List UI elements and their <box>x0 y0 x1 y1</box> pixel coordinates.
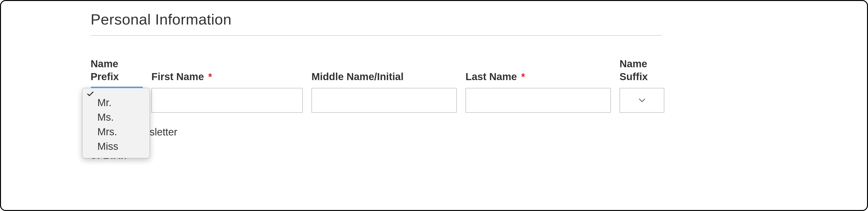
prefix-option-miss-label: Miss <box>97 140 118 152</box>
last-name-label-text: Last Name <box>465 71 517 82</box>
prefix-option-miss[interactable]: Miss <box>82 139 150 154</box>
first-name-group: First Name * <box>151 71 303 113</box>
main-frame: Personal Information Name Prefix <box>0 0 868 211</box>
middle-name-label: Middle Name/Initial <box>311 71 457 83</box>
prefix-option-mr-label: Mr. <box>97 97 112 108</box>
name-prefix-label-line1: Name <box>91 58 118 70</box>
newsletter-row: p for Newsletter <box>91 126 852 138</box>
prefix-option-ms[interactable]: Ms. <box>82 110 150 125</box>
last-name-group: Last Name * <box>465 71 611 113</box>
prefix-option-blank[interactable] <box>82 93 150 96</box>
last-name-input[interactable] <box>465 88 611 113</box>
middle-name-input[interactable] <box>311 88 457 113</box>
name-suffix-label: Name Suffix <box>620 57 664 83</box>
name-field-row: Name Prefix Mr. <box>91 57 852 113</box>
name-prefix-dropdown[interactable]: Mr. Ms. Mrs. Miss <box>82 88 150 158</box>
first-name-label-text: First Name <box>151 71 204 82</box>
prefix-focus-indicator <box>91 87 143 88</box>
middle-name-group: Middle Name/Initial <box>311 71 457 113</box>
last-name-label: Last Name * <box>465 71 611 83</box>
name-prefix-label-line2: Prefix <box>91 71 119 82</box>
date-of-birth-label: of Birth <box>91 150 852 161</box>
name-prefix-group: Name Prefix Mr. <box>91 57 143 113</box>
first-name-input[interactable] <box>151 88 303 113</box>
chevron-down-icon <box>638 98 646 103</box>
name-suffix-label-line1: Name <box>620 58 647 70</box>
prefix-option-mrs-label: Mrs. <box>97 126 117 137</box>
below-row: p for Newsletter of Birth <box>91 126 852 161</box>
middle-name-label-text: Middle Name/Initial <box>311 71 403 82</box>
name-suffix-label-line2: Suffix <box>620 71 648 82</box>
first-name-required-star: * <box>208 71 212 82</box>
prefix-option-ms-label: Ms. <box>97 111 114 123</box>
name-suffix-group: Name Suffix <box>620 57 664 113</box>
last-name-required-star: * <box>521 71 525 82</box>
first-name-label: First Name * <box>151 71 303 83</box>
content-area: Personal Information Name Prefix <box>1 1 867 161</box>
section-title: Personal Information <box>91 11 852 28</box>
section-divider <box>91 35 662 36</box>
prefix-option-mrs[interactable]: Mrs. <box>82 125 150 139</box>
name-prefix-label: Name Prefix <box>91 57 143 83</box>
name-suffix-select[interactable] <box>620 88 664 113</box>
prefix-option-mr[interactable]: Mr. <box>82 96 150 110</box>
